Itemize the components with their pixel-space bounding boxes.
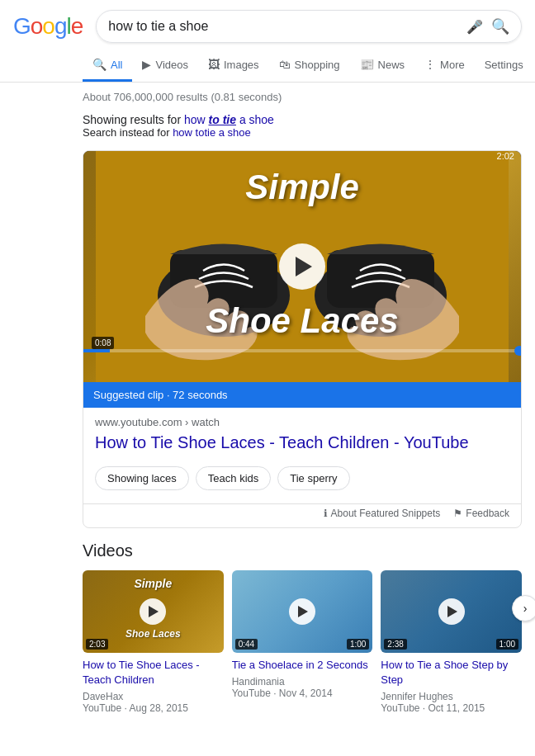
showing-results-ashoe[interactable]: a shoe <box>239 113 274 126</box>
news-icon: 📰 <box>360 58 374 71</box>
search-icons: 🎤 🔍 <box>466 17 509 35</box>
pill-showing-laces[interactable]: Showing laces <box>95 466 189 490</box>
showing-results-totie[interactable]: to tie <box>209 113 236 126</box>
video-card-title-1[interactable]: Tie a Shoelace in 2 Seconds <box>232 658 373 673</box>
tab-more[interactable]: ⋮ More <box>414 50 475 82</box>
thumb-duration-2: 2:38 <box>384 639 406 650</box>
showing-results-line2: Search instead for how totie a shoe <box>83 126 522 139</box>
logo-o1: o <box>31 13 43 39</box>
nav-tabs: 🔍 All ▶ Videos 🖼 Images 🛍 Shopping 📰 New… <box>0 50 535 83</box>
time-end: 2:02 <box>497 151 514 161</box>
search-instead-link[interactable]: how totie a shoe <box>173 126 251 139</box>
chevron-right-icon: › <box>523 602 528 615</box>
logo-e: e <box>71 13 83 39</box>
video-card-title-2[interactable]: How to Tie a Shoe Step by Step <box>381 658 522 687</box>
thumb-duration-1: 0:44 <box>235 639 258 650</box>
progress-bar[interactable] <box>83 349 521 352</box>
tab-shopping[interactable]: 🛍 Shopping <box>269 50 350 82</box>
tab-all[interactable]: 🔍 All <box>83 50 132 82</box>
thumb-play-triangle-2 <box>447 606 457 617</box>
feedback-label: Feedback <box>466 508 509 519</box>
video-card-platform-2: YouTube · Oct 11, 2015 <box>381 702 522 714</box>
mic-icon[interactable]: 🎤 <box>466 19 483 35</box>
images-icon: 🖼 <box>208 58 220 71</box>
video-card-platform-1: YouTube · Nov 4, 2014 <box>232 687 373 699</box>
featured-snippet: Simple Shoe Laces 0:08 2:02 Suggested cl… <box>83 150 522 528</box>
pill-tie-sperry[interactable]: Tie sperry <box>277 466 349 490</box>
tab-news[interactable]: 📰 News <box>350 50 415 82</box>
thumb-play-2[interactable] <box>438 598 465 625</box>
result-title[interactable]: How to Tie Shoe Laces - Teach Children -… <box>95 432 509 453</box>
video-card-1[interactable]: 0:44 1:00 Tie a Shoelace in 2 Seconds Ha… <box>232 570 373 714</box>
time-start-badge: 0:08 <box>92 337 114 349</box>
results-info: About 706,000,000 results (0.81 seconds) <box>0 83 535 108</box>
pill-teach-kids[interactable]: Teach kids <box>196 466 271 490</box>
settings-link[interactable]: Settings <box>475 50 533 82</box>
thumb-play-1[interactable] <box>289 598 315 625</box>
video-grid: Simple Shoe Laces 2:03 How to Tie Shoe L… <box>83 570 522 714</box>
more-icon: ⋮ <box>424 58 436 71</box>
feedback-link[interactable]: ⚑ Feedback <box>453 508 509 519</box>
tab-videos-label: Videos <box>155 59 188 71</box>
suggested-clip-banner: Suggested clip · 72 seconds <box>83 382 521 408</box>
showing-results-how[interactable]: how <box>184 113 209 126</box>
videos-icon: ▶ <box>142 58 151 71</box>
video-title-top: Simple <box>83 168 521 207</box>
pills-container: Showing laces Teach kids Tie sperry <box>83 466 521 500</box>
search-icon[interactable]: 🔍 <box>491 17 509 35</box>
nav-right: Settings Tools <box>475 50 535 82</box>
video-background: Simple Shoe Laces 0:08 2:02 <box>83 151 521 382</box>
video-card-source-0: DaveHax <box>83 691 224 702</box>
video-card-source-2: Jennifer Hughes <box>381 691 522 702</box>
search-bar[interactable]: 🎤 🔍 <box>96 10 522 43</box>
progress-fill <box>83 349 110 352</box>
logo-g1: G <box>13 13 31 39</box>
videos-section-header: Videos <box>83 541 522 560</box>
video-card-0[interactable]: Simple Shoe Laces 2:03 How to Tie Shoe L… <box>83 570 224 714</box>
video-title-bottom: Shoe Laces <box>83 301 521 341</box>
showing-results-prefix: Showing results for <box>83 113 184 126</box>
logo-o2: o <box>42 13 54 39</box>
all-icon: 🔍 <box>92 58 107 71</box>
thumb-total-2: 1:00 <box>496 639 518 650</box>
tab-shopping-label: Shopping <box>295 59 340 71</box>
video-card-source-1: Handimania <box>232 676 373 687</box>
tab-images[interactable]: 🖼 Images <box>198 50 269 82</box>
header: Google 🎤 🔍 <box>0 0 535 50</box>
video-card-2[interactable]: 2:38 1:00 How to Tie a Shoe Step by Step… <box>381 570 522 714</box>
google-logo: Google <box>13 13 83 40</box>
search-input[interactable] <box>108 19 466 34</box>
carousel-next-button[interactable]: › <box>512 595 535 621</box>
logo-g2: g <box>54 13 67 39</box>
source-info: www.youtube.com › watch How to Tie Shoe … <box>83 408 521 466</box>
tab-news-label: News <box>378 59 405 71</box>
video-thumb-1: 0:44 1:00 <box>232 570 373 653</box>
thumb-duration-0: 2:03 <box>86 639 108 650</box>
video-card-title-0[interactable]: How to Tie Shoe Laces - Teach Children <box>83 658 224 687</box>
video-player[interactable]: Simple Shoe Laces 0:08 2:02 <box>83 151 521 382</box>
video-card-platform-0: YouTube · Aug 28, 2015 <box>83 702 224 714</box>
suggested-clip-text: Suggested clip · 72 seconds <box>93 389 228 401</box>
thumb-text-simple-0: Simple <box>83 577 224 590</box>
thumb-text-shoe-0: Shoe Laces <box>83 628 224 640</box>
settings-label: Settings <box>485 59 523 71</box>
tab-videos[interactable]: ▶ Videos <box>132 50 198 82</box>
play-triangle-icon <box>296 257 312 276</box>
video-thumb-0: Simple Shoe Laces 2:03 <box>83 570 224 653</box>
progress-dot <box>514 346 521 356</box>
info-icon: ℹ <box>324 508 328 519</box>
thumb-play-triangle-1 <box>298 606 308 617</box>
search-instead-prefix: Search instead for <box>83 126 173 139</box>
thumb-play-0[interactable] <box>140 598 166 625</box>
results-count: About 706,000,000 results (0.81 seconds) <box>83 91 282 103</box>
about-featured-snippets[interactable]: ℹ About Featured Snippets <box>324 508 441 519</box>
snippet-footer: ℹ About Featured Snippets ⚑ Feedback <box>83 503 521 527</box>
play-button[interactable] <box>279 243 325 290</box>
tab-all-label: All <box>111 59 122 71</box>
thumb-play-triangle-0 <box>149 606 159 617</box>
about-featured-label: About Featured Snippets <box>331 508 441 519</box>
tab-more-label: More <box>440 59 465 71</box>
showing-results: Showing results for how to tie a shoe Se… <box>0 108 535 140</box>
flag-icon: ⚑ <box>453 508 462 519</box>
tab-images-label: Images <box>224 59 259 71</box>
